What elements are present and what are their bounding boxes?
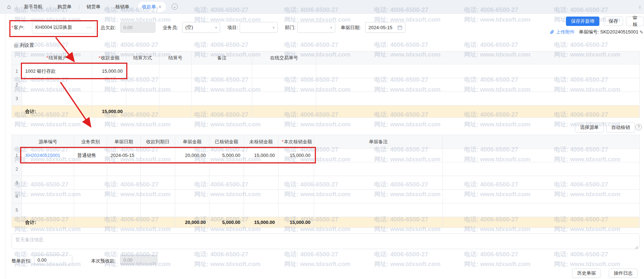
select-source-button[interactable]: 选择源单 [575,122,604,132]
doc-remark-cell[interactable] [314,149,443,162]
prepay-field: 0.00 [120,255,158,265]
project-select[interactable]: ▾ [240,22,278,33]
operation-log-button[interactable]: 操作日志 [609,269,638,278]
customer-field[interactable]: KH0004 以旧换新 ··· [32,21,95,33]
settlement-row-2: 2 [12,78,640,92]
source-row-4: 4 [12,190,640,203]
tab-beginner-nav[interactable]: 新手导航 [18,0,49,14]
source-row-5: 5 [12,203,640,217]
source-header-row: 源单编号 业务类别 单据日期 收款到期日 单据金额 已核销金额 未核销金额 *本… [12,135,640,149]
settlement-total-amount: 15,000.00 [92,105,126,118]
total-debt-value: 0.00 [123,25,132,30]
amount-cell[interactable]: 15,000.00 [92,64,126,78]
source-total-row: 合计: 20,000.00 5,000.00 15,000.00 15,000.… [12,217,640,228]
audit-button[interactable]: 审核 [626,17,644,26]
col-doc-date: 单据日期 [107,135,141,149]
remark-textarea[interactable] [12,233,640,249]
doc-amount-cell[interactable]: 20,000.00 [175,149,209,162]
col-due-date: 收款到期日 [141,135,175,149]
source-table: 源单编号 业务类别 单据日期 收款到期日 单据金额 已核销金额 未核销金额 *本… [12,135,640,228]
salesman-label: 业务员: [163,24,178,31]
source-row-3: 3 [12,176,640,190]
current-writeoff-cell[interactable]: 15,000.00 [278,149,314,162]
calendar-icon [398,25,402,30]
close-icon[interactable]: × [159,4,162,10]
doc-date-label: 单据日期: [341,24,361,31]
written-off-cell[interactable]: 5,000.00 [209,149,244,162]
upload-attachment-link[interactable]: 上传附件 [550,29,575,35]
save-button[interactable]: 保存 [604,17,623,26]
tab-purchase-order[interactable]: 购货单 [51,0,78,14]
source-row-2: 2 [12,162,640,176]
col-settlement-method: 结算方式 [126,51,159,64]
doc-no-label: 单据编号: [579,29,599,35]
col-current-writeoff: *本次核销金额 [278,135,314,149]
doc-date-value: 2024-05-15 [368,25,393,30]
column-settings-icon: ◎ [14,42,18,48]
save-and-new-button[interactable]: 保存并新增 [566,17,599,26]
more-options-icon[interactable]: ··· [87,25,92,30]
tab-list-dropdown-icon[interactable]: ⌄ [172,4,178,10]
doc-no-value: SKD20240515001 [600,29,638,35]
col-not-written-off: 未核销金额 [244,135,278,149]
auto-writeoff-button[interactable]: 自动核销 [606,122,635,132]
col-settlement-account: *结算账户 [22,51,92,64]
col-online-txn-no: 在线交易单号 [252,51,316,64]
column-settings-label: 列设置 [20,42,34,49]
nav-divider: | [49,4,50,9]
discount-field[interactable]: 0.00 [34,255,72,265]
account-cell[interactable]: 1002 银行存款 [22,64,92,78]
not-written-off-cell[interactable]: 15,000.00 [244,149,278,162]
nav-divider: | [107,4,108,9]
total-current-writeoff: 15,000.00 [278,217,314,228]
settlement-row-3: 3 [12,92,640,105]
tab-writeoff-order[interactable]: 核销单 [109,0,136,14]
total-debt-field: 0.00 [120,22,155,33]
discount-value: 0.00 [37,257,46,263]
source-doc-link[interactable]: XH20240515001 [25,153,60,158]
salesman-select[interactable]: (空) ▾ [182,22,220,33]
total-debt-label: 总欠款: [101,24,116,31]
total-not-written-off: 15,000.00 [244,217,278,228]
col-doc-remark: 单据备注 [314,135,443,149]
due-date-cell[interactable] [141,149,175,162]
upload-attachment-label: 上传附件 [556,29,575,35]
source-total-label: 合计: [22,217,74,228]
nav-divider: | [16,4,17,9]
edit-docno-icon[interactable]: ✎ [640,30,644,35]
tab-sales-order[interactable]: 销货单 [80,0,106,14]
source-row-1: 1 XH20240515001 普通销售 2024-05-15 20,000.0… [12,149,640,162]
chevron-down-icon: ▾ [215,26,217,30]
settlement-total-row: 合计: 15,000.00 [12,105,640,118]
tab-receipt-order-active[interactable]: 收款单 × [138,2,166,12]
col-source-no: 源单编号 [22,135,74,149]
col-biz-type: 业务类别 [74,135,107,149]
biz-type-cell[interactable]: 普通销售 [74,149,107,162]
col-doc-amount: 单据金额 [175,135,209,149]
total-written-off: 5,000.00 [209,217,244,228]
settlement-table: *结算账户 *收款金额 结算方式 结算号 备注 在线交易单号 1 1002 银行… [12,51,640,118]
department-select[interactable]: ▾ [297,22,335,33]
salesman-value: (空) [185,24,193,31]
project-label: 项目: [227,24,238,31]
doc-date-cell[interactable]: 2024-05-15 [107,149,141,162]
customer-label: *客户: [12,24,24,31]
paperclip-icon [550,30,554,35]
total-doc-amount: 20,000.00 [175,217,209,228]
doc-date-field[interactable]: 2024-05-15 [365,22,405,33]
history-docs-button[interactable]: 历史单据 [572,269,601,278]
home-icon[interactable]: ⌂ [3,0,15,14]
column-settings-button[interactable]: ◎ 列设置 [14,42,34,49]
prepay-value: 0.00 [123,257,132,263]
department-label: 部门: [285,24,296,31]
scroll-top-icon[interactable]: ↑ [639,4,641,10]
nav-divider: | [78,4,80,9]
help-icon[interactable]: ? [635,124,642,130]
customer-value: KH0004 以旧换新 [35,24,72,31]
chevron-down-icon: ▾ [330,26,332,30]
tab-receipt-label: 收款单 [142,4,156,10]
col-receipt-amount: *收款金额 [92,51,126,64]
settlement-row-1: 1 1002 银行存款 15,000.00 [12,64,640,78]
chevron-down-icon: ▾ [273,26,275,30]
resize-grip-icon[interactable] [635,244,638,251]
